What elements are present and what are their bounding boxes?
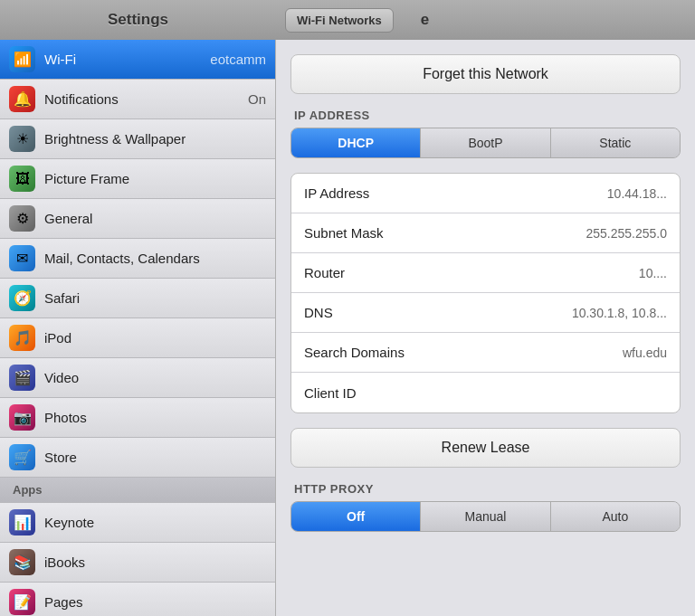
table-row: Router10....: [291, 253, 680, 293]
sidebar-label-safari: Safari: [44, 290, 266, 306]
info-key: Client ID: [304, 385, 431, 401]
sidebar-item-pages[interactable]: 📝Pages: [0, 583, 275, 616]
settings-title: Settings: [0, 11, 276, 29]
sidebar-label-wifi: Wi-Fi: [44, 52, 201, 67]
segment-static[interactable]: Static: [551, 128, 680, 157]
proxy-segment-manual[interactable]: Manual: [421, 502, 550, 531]
sidebar-item-ipod[interactable]: 🎵iPod: [0, 318, 275, 358]
sidebar-item-general[interactable]: ⚙General: [0, 199, 275, 239]
info-key: Search Domains: [304, 345, 431, 360]
info-key: Subnet Mask: [304, 225, 431, 241]
info-value: 10....: [431, 266, 667, 280]
wifi-icon: 📶: [9, 46, 35, 72]
sidebar-item-mail[interactable]: ✉Mail, Contacts, Calendars: [0, 239, 275, 279]
sidebar-label-pages: Pages: [44, 594, 266, 610]
proxy-segmented-control: OffManualAuto: [290, 501, 681, 532]
ibooks-icon: 📚: [9, 549, 35, 575]
sidebar-label-general: General: [44, 211, 266, 226]
sidebar-value-notifications: On: [248, 91, 266, 107]
top-bar: Settings Wi-Fi Networks e: [0, 0, 695, 40]
table-row: DNS10.30.1.8, 10.8...: [291, 293, 680, 333]
keynote-icon: 📊: [9, 509, 35, 535]
sidebar-item-store[interactable]: 🛒Store: [0, 438, 275, 478]
ip-address-section-label: IP Address: [294, 109, 681, 122]
segment-bootp[interactable]: BootP: [421, 128, 550, 157]
renew-lease-button[interactable]: Renew Lease: [290, 428, 681, 468]
top-bar-right: Wi-Fi Networks e: [276, 8, 695, 33]
photos-icon: 📷: [9, 404, 35, 431]
store-icon: 🛒: [9, 444, 35, 470]
info-key: DNS: [304, 305, 431, 320]
table-row: Client ID: [291, 373, 680, 412]
sidebar-label-mail: Mail, Contacts, Calendars: [44, 251, 266, 266]
main-content: 📶Wi-Fieotcamm🔔NotificationsOn☀Brightness…: [0, 40, 695, 616]
sidebar-label-pictureframe: Picture Frame: [44, 171, 266, 186]
info-value: wfu.edu: [431, 346, 667, 360]
sidebar-label-photos: Photos: [44, 410, 266, 425]
sidebar-label-ibooks: iBooks: [44, 554, 266, 570]
ip-info-table: IP Address10.44.18...Subnet Mask255.255.…: [290, 173, 681, 413]
safari-icon: 🧭: [9, 285, 35, 311]
http-proxy-section-label: HTTP Proxy: [294, 482, 681, 496]
table-row: Subnet Mask255.255.255.0: [291, 213, 680, 253]
sidebar-label-video: Video: [44, 370, 266, 385]
proxy-segment-off[interactable]: Off: [291, 502, 421, 531]
sidebar-section-apps-header: Apps: [0, 478, 275, 503]
mail-icon: ✉: [9, 245, 35, 271]
pages-icon: 📝: [9, 589, 35, 615]
segment-dhcp[interactable]: DHCP: [291, 128, 421, 157]
sidebar-item-keynote[interactable]: 📊Keynote: [0, 503, 275, 543]
sidebar-value-wifi: eotcamm: [210, 52, 266, 67]
sidebar-item-ibooks[interactable]: 📚iBooks: [0, 543, 275, 583]
brightness-icon: ☀: [9, 126, 35, 152]
sidebar-label-ipod: iPod: [44, 330, 266, 346]
sidebar-item-notifications[interactable]: 🔔NotificationsOn: [0, 80, 275, 119]
general-icon: ⚙: [9, 205, 35, 232]
right-panel-title: e: [421, 11, 429, 29]
notifications-icon: 🔔: [9, 86, 35, 112]
info-value: 10.30.1.8, 10.8...: [431, 306, 667, 320]
sidebar-item-video[interactable]: 🎬Video: [0, 358, 275, 398]
info-value: 10.44.18...: [431, 186, 667, 201]
video-icon: 🎬: [9, 365, 35, 391]
table-row: IP Address10.44.18...: [291, 174, 680, 213]
sidebar-label-brightness: Brightness & Wallpaper: [44, 131, 266, 147]
right-panel: Forget this Network IP Address DHCPBootP…: [276, 40, 695, 616]
ipod-icon: 🎵: [9, 325, 35, 351]
pictureframe-icon: 🖼: [9, 166, 35, 192]
forget-network-button[interactable]: Forget this Network: [290, 54, 681, 94]
info-value: 255.255.255.0: [431, 226, 667, 241]
proxy-segment-auto[interactable]: Auto: [551, 502, 680, 531]
sidebar-label-notifications: Notifications: [44, 91, 239, 107]
sidebar-label-keynote: Keynote: [44, 515, 266, 530]
sidebar-label-store: Store: [44, 450, 266, 465]
sidebar-item-pictureframe[interactable]: 🖼Picture Frame: [0, 159, 275, 199]
sidebar-item-brightness[interactable]: ☀Brightness & Wallpaper: [0, 119, 275, 159]
info-key: IP Address: [304, 185, 431, 201]
sidebar-item-safari[interactable]: 🧭Safari: [0, 279, 275, 318]
ip-mode-segmented-control: DHCPBootPStatic: [290, 128, 681, 158]
wifi-networks-button[interactable]: Wi-Fi Networks: [285, 8, 394, 33]
sidebar: 📶Wi-Fieotcamm🔔NotificationsOn☀Brightness…: [0, 40, 276, 616]
info-key: Router: [304, 265, 431, 280]
table-row: Search Domainswfu.edu: [291, 333, 680, 373]
sidebar-item-wifi[interactable]: 📶Wi-Fieotcamm: [0, 40, 275, 80]
settings-title-text: Settings: [108, 11, 168, 29]
sidebar-item-photos[interactable]: 📷Photos: [0, 398, 275, 438]
